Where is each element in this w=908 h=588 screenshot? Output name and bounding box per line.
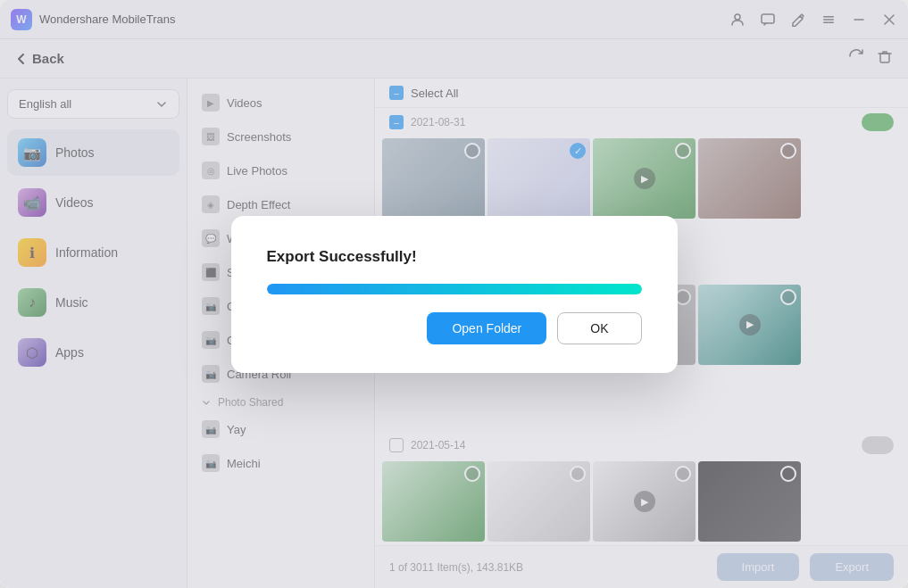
ok-button[interactable]: OK <box>557 312 641 344</box>
modal-actions: Open Folder OK <box>267 312 642 344</box>
modal-overlay: Export Successfully! Open Folder OK <box>0 0 908 588</box>
open-folder-button[interactable]: Open Folder <box>427 312 546 344</box>
progress-bar-fill <box>267 284 642 294</box>
progress-bar-track <box>267 284 642 294</box>
export-success-modal: Export Successfully! Open Folder OK <box>231 216 678 373</box>
modal-title: Export Successfully! <box>267 248 417 266</box>
